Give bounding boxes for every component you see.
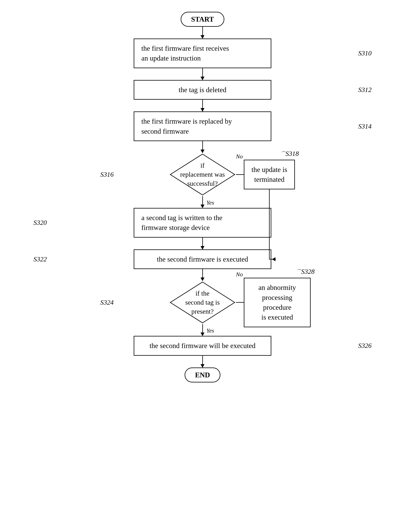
start-row: START [65, 12, 340, 27]
s320-box: a second tag is written to the firmware … [134, 208, 271, 238]
s318-text: the update is terminated [251, 166, 287, 183]
arrow-4 [202, 141, 203, 153]
s328-text: an abnormity processing procedure is exe… [258, 284, 296, 321]
s314-label: S314 [358, 123, 371, 130]
s320-row: S320 a second tag is written to the firm… [65, 208, 340, 238]
arrow-2 [202, 68, 203, 80]
s328-label-area: ⌒S328 [296, 268, 315, 276]
s322-label: S322 [34, 255, 47, 263]
s326-box: the second firmware will be executed [134, 336, 271, 356]
s314-row: the first firmware is replaced by second… [65, 111, 340, 141]
arrow-9 [202, 356, 203, 367]
s322-box: the second firmware is executed [134, 249, 271, 269]
yes-label-1: Yes [206, 199, 214, 206]
h-line-no-2 [236, 302, 244, 303]
s324-diamond: if the second tag is present? [169, 281, 236, 324]
s326-label: S326 [358, 342, 371, 349]
start-capsule: START [181, 12, 224, 27]
s316-decision-area: S316 if replacement was successful? No ⌒… [65, 153, 340, 196]
s316-text: if replacement was successful? [176, 161, 229, 188]
no-label-2: No [236, 271, 243, 278]
s310-row: the first firmware first receives an upd… [65, 39, 340, 68]
s316-label: S316 [100, 171, 114, 178]
end-capsule: END [185, 367, 220, 382]
no-label-1: No [236, 153, 243, 160]
s322-row: S322 the second firmware is executed [65, 249, 340, 269]
s318-box: the update is terminated [244, 160, 295, 189]
s328-box: an abnormity processing procedure is exe… [244, 278, 311, 327]
arrow-8 [202, 324, 203, 336]
s318-label-curve: ⌒S318 [280, 150, 299, 158]
s316-diamond: if replacement was successful? [169, 153, 236, 196]
yes-label-2: Yes [206, 327, 214, 334]
no-branch: No ⌒S318 the update is terminated [236, 160, 295, 189]
s324-decision-area: S324 if the second tag is present? No ⌒S… [65, 281, 340, 324]
s324-label: S324 [100, 299, 114, 306]
s318-label: S318 [285, 150, 299, 157]
s320-text: a second tag is written to the firmware … [141, 214, 222, 232]
arrow-6 [202, 238, 203, 249]
s320-label: S320 [34, 219, 47, 226]
arrow-1 [202, 27, 203, 39]
s310-box: the first firmware first receives an upd… [134, 39, 271, 68]
no-branch-2: No ⌒S328 an abnormity processing procedu… [236, 278, 311, 327]
flowchart: START the first firmware first receives … [65, 12, 340, 382]
arrow-3 [202, 100, 203, 111]
s310-text: the first firmware first receives an upd… [141, 44, 229, 62]
arrow-5 [202, 196, 203, 208]
h-line-no-1 [236, 174, 244, 175]
s310-label: S310 [358, 50, 371, 57]
s312-label: S312 [358, 86, 371, 93]
s312-box: the tag is deleted [134, 80, 271, 100]
s314-text: the first firmware is replaced by second… [141, 117, 232, 135]
s314-box: the first firmware is replaced by second… [134, 111, 271, 141]
end-row: END [65, 367, 340, 382]
s324-text: if the second tag is present? [181, 289, 224, 316]
arrow-7 [202, 269, 203, 281]
s328-label: S328 [301, 268, 315, 275]
s326-row: the second firmware will be executed S32… [65, 336, 340, 356]
s312-row: the tag is deleted S312 [65, 80, 340, 100]
